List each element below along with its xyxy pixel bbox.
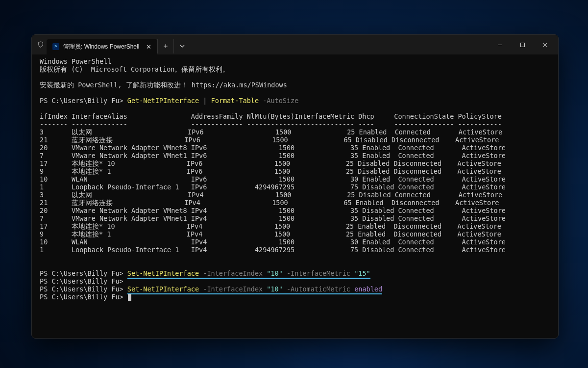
shield-icon bbox=[37, 41, 45, 49]
tab-chevron-icon[interactable] bbox=[174, 39, 191, 53]
new-tab-button[interactable]: ＋ bbox=[157, 39, 174, 53]
title-bar: 管理员: Windows PowerShell ✕ ＋ bbox=[32, 35, 558, 54]
terminal-output[interactable]: Windows PowerShell 版权所有 (C) Microsoft Co… bbox=[32, 54, 558, 338]
tab-title: 管理员: Windows PowerShell bbox=[63, 43, 139, 51]
svg-rect-1 bbox=[520, 43, 524, 47]
terminal-window: 管理员: Windows PowerShell ✕ ＋ Windows Powe… bbox=[31, 34, 559, 339]
close-button[interactable] bbox=[534, 35, 556, 54]
maximize-button[interactable] bbox=[511, 35, 534, 54]
powershell-icon bbox=[52, 43, 59, 50]
minimize-button[interactable] bbox=[489, 35, 511, 54]
tab-powershell[interactable]: 管理员: Windows PowerShell ✕ bbox=[47, 39, 157, 54]
tab-close-icon[interactable]: ✕ bbox=[146, 43, 151, 51]
window-controls bbox=[489, 35, 556, 54]
